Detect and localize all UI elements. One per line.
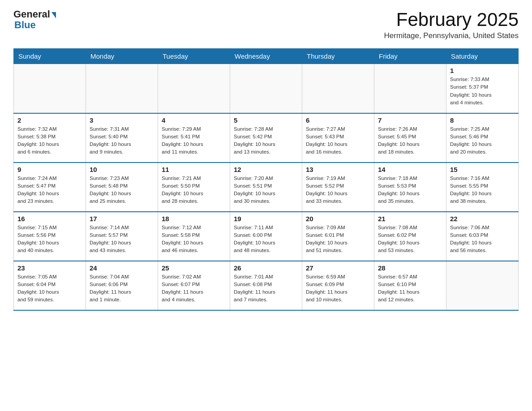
calendar-cell <box>302 64 374 113</box>
calendar-cell: 23Sunrise: 7:05 AMSunset: 6:04 PMDayligh… <box>14 261 86 310</box>
calendar-cell: 17Sunrise: 7:14 AMSunset: 5:57 PMDayligh… <box>86 212 158 261</box>
calendar-cell: 9Sunrise: 7:24 AMSunset: 5:47 PMDaylight… <box>14 163 86 212</box>
calendar-cell: 18Sunrise: 7:12 AMSunset: 5:58 PMDayligh… <box>158 212 230 261</box>
day-number: 25 <box>162 264 226 272</box>
logo-general: General <box>13 9 56 20</box>
day-info: Sunrise: 7:28 AMSunset: 5:42 PMDaylight:… <box>234 125 298 156</box>
day-info: Sunrise: 7:32 AMSunset: 5:38 PMDaylight:… <box>17 125 82 156</box>
day-number: 5 <box>234 116 298 124</box>
day-number: 19 <box>234 215 298 223</box>
day-number: 8 <box>450 116 515 124</box>
day-number: 23 <box>17 264 82 272</box>
day-info: Sunrise: 7:11 AMSunset: 6:00 PMDaylight:… <box>234 224 298 255</box>
day-info: Sunrise: 6:57 AMSunset: 6:10 PMDaylight:… <box>378 273 442 304</box>
calendar-header-row: Sunday Monday Tuesday Wednesday Thursday… <box>14 49 519 64</box>
col-header-wednesday: Wednesday <box>230 49 302 64</box>
day-number: 24 <box>90 264 154 272</box>
calendar-cell: 19Sunrise: 7:11 AMSunset: 6:00 PMDayligh… <box>230 212 302 261</box>
calendar-cell <box>86 64 158 113</box>
logo-blue-text: Blue <box>14 20 36 30</box>
calendar-cell: 12Sunrise: 7:20 AMSunset: 5:51 PMDayligh… <box>230 163 302 212</box>
day-info: Sunrise: 7:24 AMSunset: 5:47 PMDaylight:… <box>17 175 82 206</box>
day-info: Sunrise: 7:23 AMSunset: 5:48 PMDaylight:… <box>90 175 154 206</box>
calendar-cell: 7Sunrise: 7:26 AMSunset: 5:45 PMDaylight… <box>374 113 446 163</box>
day-info: Sunrise: 7:05 AMSunset: 6:04 PMDaylight:… <box>17 273 82 304</box>
calendar-cell: 27Sunrise: 6:59 AMSunset: 6:09 PMDayligh… <box>302 261 374 310</box>
calendar-cell: 28Sunrise: 6:57 AMSunset: 6:10 PMDayligh… <box>374 261 446 310</box>
page-title: February 2025 <box>384 9 519 30</box>
logo-arrow-icon <box>51 12 56 18</box>
calendar-week-row-2: 2Sunrise: 7:32 AMSunset: 5:38 PMDaylight… <box>14 113 519 163</box>
day-info: Sunrise: 6:59 AMSunset: 6:09 PMDaylight:… <box>306 273 370 304</box>
day-info: Sunrise: 7:21 AMSunset: 5:50 PMDaylight:… <box>162 175 226 206</box>
calendar-cell: 1Sunrise: 7:33 AMSunset: 5:37 PMDaylight… <box>446 64 519 113</box>
calendar-cell: 5Sunrise: 7:28 AMSunset: 5:42 PMDaylight… <box>230 113 302 163</box>
calendar-cell: 16Sunrise: 7:15 AMSunset: 5:56 PMDayligh… <box>14 212 86 261</box>
day-info: Sunrise: 7:25 AMSunset: 5:46 PMDaylight:… <box>450 125 515 156</box>
day-number: 4 <box>162 116 226 124</box>
calendar-cell: 13Sunrise: 7:19 AMSunset: 5:52 PMDayligh… <box>302 163 374 212</box>
calendar-cell: 8Sunrise: 7:25 AMSunset: 5:46 PMDaylight… <box>446 113 519 163</box>
day-info: Sunrise: 7:01 AMSunset: 6:08 PMDaylight:… <box>234 273 298 304</box>
day-number: 16 <box>17 215 82 223</box>
day-info: Sunrise: 7:14 AMSunset: 5:57 PMDaylight:… <box>90 224 154 255</box>
day-info: Sunrise: 7:18 AMSunset: 5:53 PMDaylight:… <box>378 175 442 206</box>
day-info: Sunrise: 7:20 AMSunset: 5:51 PMDaylight:… <box>234 175 298 206</box>
logo-general-text: General <box>13 9 50 20</box>
title-block: February 2025 Hermitage, Pennsylvania, U… <box>384 9 519 40</box>
calendar-cell: 11Sunrise: 7:21 AMSunset: 5:50 PMDayligh… <box>158 163 230 212</box>
day-number: 26 <box>234 264 298 272</box>
calendar-cell: 15Sunrise: 7:16 AMSunset: 5:55 PMDayligh… <box>446 163 519 212</box>
day-number: 20 <box>306 215 370 223</box>
col-header-saturday: Saturday <box>446 49 519 64</box>
col-header-thursday: Thursday <box>302 49 374 64</box>
calendar-cell: 26Sunrise: 7:01 AMSunset: 6:08 PMDayligh… <box>230 261 302 310</box>
calendar-cell <box>158 64 230 113</box>
day-info: Sunrise: 7:29 AMSunset: 5:41 PMDaylight:… <box>162 125 226 156</box>
day-info: Sunrise: 7:12 AMSunset: 5:58 PMDaylight:… <box>162 224 226 255</box>
logo: General Blue <box>13 9 56 30</box>
day-info: Sunrise: 7:09 AMSunset: 6:01 PMDaylight:… <box>306 224 370 255</box>
col-header-tuesday: Tuesday <box>158 49 230 64</box>
calendar-cell: 2Sunrise: 7:32 AMSunset: 5:38 PMDaylight… <box>14 113 86 163</box>
day-number: 14 <box>378 166 442 173</box>
day-info: Sunrise: 7:26 AMSunset: 5:45 PMDaylight:… <box>378 125 442 156</box>
day-info: Sunrise: 7:31 AMSunset: 5:40 PMDaylight:… <box>90 125 154 156</box>
day-info: Sunrise: 7:19 AMSunset: 5:52 PMDaylight:… <box>306 175 370 206</box>
day-info: Sunrise: 7:08 AMSunset: 6:02 PMDaylight:… <box>378 224 442 255</box>
calendar-cell: 6Sunrise: 7:27 AMSunset: 5:43 PMDaylight… <box>302 113 374 163</box>
col-header-friday: Friday <box>374 49 446 64</box>
calendar-cell <box>230 64 302 113</box>
day-number: 9 <box>17 166 82 173</box>
day-number: 3 <box>90 116 154 124</box>
day-number: 28 <box>378 264 442 272</box>
day-number: 21 <box>378 215 442 223</box>
calendar-cell: 4Sunrise: 7:29 AMSunset: 5:41 PMDaylight… <box>158 113 230 163</box>
calendar-cell: 25Sunrise: 7:02 AMSunset: 6:07 PMDayligh… <box>158 261 230 310</box>
day-number: 12 <box>234 166 298 173</box>
day-number: 2 <box>17 116 82 124</box>
calendar-cell: 10Sunrise: 7:23 AMSunset: 5:48 PMDayligh… <box>86 163 158 212</box>
calendar-table: Sunday Monday Tuesday Wednesday Thursday… <box>13 48 519 311</box>
calendar-cell: 22Sunrise: 7:06 AMSunset: 6:03 PMDayligh… <box>446 212 519 261</box>
calendar-week-row-5: 23Sunrise: 7:05 AMSunset: 6:04 PMDayligh… <box>14 261 519 310</box>
day-number: 1 <box>450 67 515 74</box>
calendar-cell: 21Sunrise: 7:08 AMSunset: 6:02 PMDayligh… <box>374 212 446 261</box>
day-info: Sunrise: 7:06 AMSunset: 6:03 PMDaylight:… <box>450 224 515 255</box>
calendar-cell: 14Sunrise: 7:18 AMSunset: 5:53 PMDayligh… <box>374 163 446 212</box>
calendar-week-row-3: 9Sunrise: 7:24 AMSunset: 5:47 PMDaylight… <box>14 163 519 212</box>
subtitle: Hermitage, Pennsylvania, United States <box>384 31 519 40</box>
day-info: Sunrise: 7:04 AMSunset: 6:06 PMDaylight:… <box>90 273 154 304</box>
calendar-cell: 3Sunrise: 7:31 AMSunset: 5:40 PMDaylight… <box>86 113 158 163</box>
day-number: 22 <box>450 215 515 223</box>
calendar-week-row-4: 16Sunrise: 7:15 AMSunset: 5:56 PMDayligh… <box>14 212 519 261</box>
day-number: 10 <box>90 166 154 173</box>
day-number: 7 <box>378 116 442 124</box>
day-info: Sunrise: 7:27 AMSunset: 5:43 PMDaylight:… <box>306 125 370 156</box>
day-info: Sunrise: 7:02 AMSunset: 6:07 PMDaylight:… <box>162 273 226 304</box>
day-info: Sunrise: 7:33 AMSunset: 5:37 PMDaylight:… <box>450 76 515 107</box>
calendar-week-row-1: 1Sunrise: 7:33 AMSunset: 5:37 PMDaylight… <box>14 64 519 113</box>
calendar-cell <box>446 261 519 310</box>
col-header-monday: Monday <box>86 49 158 64</box>
calendar-cell: 24Sunrise: 7:04 AMSunset: 6:06 PMDayligh… <box>86 261 158 310</box>
